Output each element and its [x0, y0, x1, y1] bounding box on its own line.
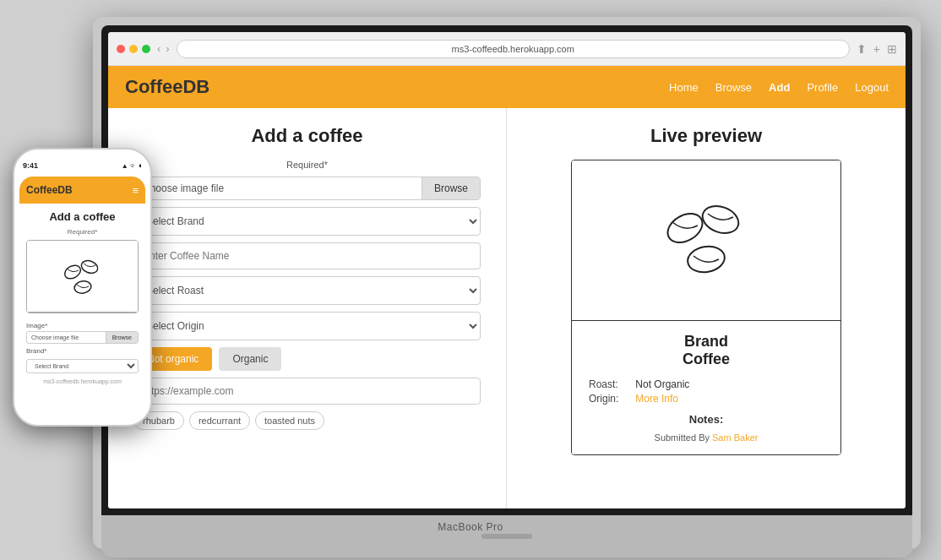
- roast-label: Roast:: [589, 378, 618, 390]
- browser-actions: ⬆ + ⊞: [857, 42, 897, 56]
- preview-card: Brand Coffee Roast: Not Organic Origin: …: [571, 160, 841, 455]
- iphone-brand-select[interactable]: Select Brand: [26, 359, 139, 373]
- laptop-screen: ‹ › ms3-coffeedb.herokuapp.com ⬆ + ⊞ Cof…: [108, 32, 906, 508]
- preview-notes-label: Notes:: [589, 413, 824, 426]
- origin-row: Select Origin: [133, 312, 481, 340]
- nav-browse[interactable]: Browse: [715, 81, 752, 94]
- iphone-browse-button[interactable]: Browse: [106, 332, 138, 343]
- preview-title: Live preview: [532, 125, 880, 147]
- site-body: Add a coffee Required* Choose image file…: [108, 108, 906, 508]
- macbook-label: MacBook Pro: [438, 521, 503, 533]
- origin-label: Origin:: [589, 393, 618, 405]
- nav-profile[interactable]: Profile: [807, 81, 838, 94]
- macbook-shell: ‹ › ms3-coffeedb.herokuapp.com ⬆ + ⊞ Cof…: [93, 17, 921, 549]
- iphone-menu-icon[interactable]: ≡: [132, 184, 139, 197]
- iphone-file-input-row: Choose image file Browse: [26, 331, 139, 344]
- logo-coffee: Coffee: [125, 76, 182, 97]
- add-form-section: Add a coffee Required* Choose image file…: [108, 108, 507, 508]
- file-input-group: Choose image file Browse: [133, 177, 481, 200]
- preview-brand: Brand: [589, 333, 824, 351]
- iphone-image-label: Image*: [26, 322, 139, 329]
- tags-row: rhubarb redcurrant toasted nuts: [133, 411, 481, 430]
- iphone-form-section: Image* Choose image file Browse Brand* S…: [26, 318, 139, 377]
- nav-add[interactable]: Add: [769, 81, 790, 94]
- nav-logout[interactable]: Logout: [855, 81, 889, 94]
- submitted-by-user[interactable]: Sam Baker: [712, 432, 758, 443]
- required-label: Required*: [133, 160, 481, 170]
- iphone-status-bar: 9:41 ▲ ᯤ ▮: [19, 158, 145, 173]
- organic-button[interactable]: Organic: [219, 347, 281, 371]
- minimize-button[interactable]: [129, 45, 138, 53]
- share-icon[interactable]: ⬆: [857, 42, 867, 56]
- add-form-title: Add a coffee: [133, 125, 481, 147]
- brand-row: Select Brand: [133, 207, 481, 236]
- iphone-preview-card: [26, 240, 139, 313]
- iphone-image-area: [27, 241, 138, 313]
- nav-home[interactable]: Home: [669, 81, 699, 94]
- organic-toggle-row: Not organic Organic: [133, 347, 481, 371]
- iphone-logo-coffee: Coffee: [26, 184, 57, 196]
- iphone-logo-db: DB: [57, 184, 72, 196]
- tabs-icon[interactable]: ⊞: [887, 42, 897, 56]
- iphone-content: Add a coffee Required* Image*: [19, 204, 145, 416]
- origin-select[interactable]: Select Origin: [133, 312, 481, 340]
- url-text: ms3-coffeedb.herokuapp.com: [452, 44, 574, 54]
- preview-details: Roast: Not Organic Origin: More Info: [589, 378, 824, 405]
- iphone-brand-label: Brand*: [26, 347, 139, 355]
- macbook-notch: [481, 534, 532, 539]
- iphone-status-icons: ▲ ᯤ ▮: [122, 162, 142, 170]
- file-input-text: Choose image file: [134, 177, 422, 199]
- screen-bezel: ‹ › ms3-coffeedb.herokuapp.com ⬆ + ⊞ Cof…: [101, 25, 912, 515]
- iphone-time: 9:41: [23, 161, 38, 170]
- iphone-screen: CoffeeDB ≡ Add a coffee Required*: [19, 177, 145, 416]
- iphone-shell: 9:41 ▲ ᯤ ▮ CoffeeDB ≡ Add a coffee Requi…: [13, 148, 152, 427]
- traffic-lights: [117, 45, 150, 53]
- iphone-coffee-beans-icon: [57, 253, 108, 300]
- preview-image-area: [572, 160, 840, 321]
- back-icon[interactable]: ‹: [157, 42, 160, 55]
- iphone-file-text: Choose image file: [27, 332, 106, 343]
- url-bar[interactable]: ms3-coffeedb.herokuapp.com: [177, 40, 850, 58]
- tag-redcurrant[interactable]: redcurrant: [189, 411, 250, 430]
- logo-db: DB: [182, 76, 209, 97]
- roast-select[interactable]: Select Roast: [133, 276, 481, 305]
- coffee-name-input[interactable]: [133, 242, 481, 269]
- macbook-bottom: [101, 515, 912, 557]
- site-nav: CoffeeDB Home Browse Add Profile Logout: [108, 66, 906, 108]
- preview-info: Brand Coffee Roast: Not Organic Origin: …: [572, 321, 840, 454]
- browser-chrome: ‹ › ms3-coffeedb.herokuapp.com ⬆ + ⊞: [108, 32, 906, 66]
- forward-icon[interactable]: ›: [166, 42, 169, 55]
- iphone-heading: Add a coffee: [26, 210, 139, 223]
- tag-toasted-nuts[interactable]: toasted nuts: [255, 411, 324, 430]
- iphone-required: Required*: [26, 228, 139, 236]
- origin-link[interactable]: More Info: [635, 393, 824, 405]
- browse-button[interactable]: Browse: [422, 177, 480, 199]
- brand-select[interactable]: Select Brand: [133, 207, 481, 236]
- url-input[interactable]: [133, 378, 481, 405]
- svg-point-2: [686, 243, 727, 275]
- roast-value: Not Organic: [635, 378, 824, 390]
- preview-submitted: Submitted By Sam Baker: [589, 432, 824, 443]
- iphone-logo: CoffeeDB: [26, 184, 73, 196]
- browser-nav: ‹ ›: [157, 42, 170, 55]
- iphone-nav: CoffeeDB ≡: [19, 177, 145, 204]
- fullscreen-button[interactable]: [142, 45, 150, 53]
- image-upload-row: Choose image file Browse: [133, 177, 481, 200]
- coffee-beans-icon: [651, 190, 761, 291]
- preview-coffee-name: Coffee: [589, 351, 824, 368]
- site-logo: CoffeeDB: [125, 76, 209, 98]
- submitted-by-label: Submitted By: [655, 432, 710, 443]
- coffee-name-row: [133, 242, 481, 269]
- close-button[interactable]: [117, 45, 125, 53]
- roast-row: Select Roast: [133, 276, 481, 305]
- nav-links: Home Browse Add Profile Logout: [669, 81, 889, 94]
- url-row: [133, 378, 481, 405]
- preview-section: Live preview: [507, 108, 906, 508]
- new-tab-icon[interactable]: +: [873, 42, 880, 56]
- iphone-url-bar: ms3-coffeedb.herokuapp.com: [26, 377, 139, 386]
